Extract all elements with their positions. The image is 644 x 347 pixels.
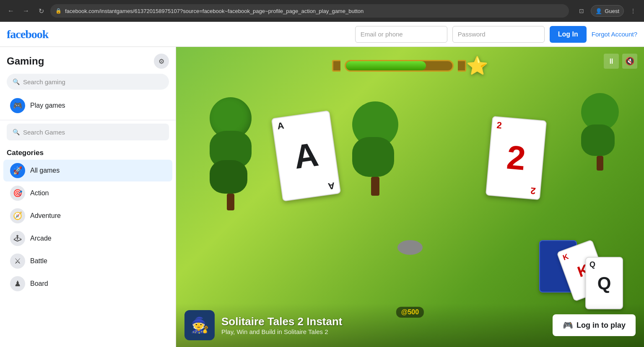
compass-icon: 🧭 xyxy=(13,211,22,220)
sidebar-title: Gaming xyxy=(7,55,44,67)
search-gaming-box[interactable]: 🔍 xyxy=(7,74,169,90)
gear-icon: ⚙ xyxy=(158,57,164,65)
action-icon: 🎯 xyxy=(10,186,25,201)
ace-corner-top: A xyxy=(277,121,285,131)
category-board[interactable]: ♟ Board xyxy=(3,273,172,295)
mute-button[interactable]: 🔇 xyxy=(622,54,637,69)
q-card: Q Q xyxy=(585,257,623,309)
game-area: ⭐ ⏸ xyxy=(176,47,644,347)
q-corner-top: Q xyxy=(589,260,595,269)
search-games-box[interactable]: 🔍 xyxy=(7,124,169,140)
battle-icon: ⚔ xyxy=(10,254,25,269)
tree-left xyxy=(210,97,252,210)
two-corner-bottom: 2 xyxy=(530,186,536,195)
two-corner-top: 2 xyxy=(496,121,502,130)
facebook-header: facebook Log In Forgot Account? xyxy=(0,22,644,47)
two-number-bottom: 2 xyxy=(530,186,536,195)
game-character: 🧙 xyxy=(184,310,215,340)
category-arcade[interactable]: 🕹 Arcade xyxy=(3,228,172,249)
stump xyxy=(397,240,423,255)
tree-center xyxy=(352,101,398,196)
target-icon: 🎯 xyxy=(13,189,22,198)
login-play-button[interactable]: 🎮 Log in to play xyxy=(553,314,636,336)
play-games-label: Play games xyxy=(30,102,65,109)
progress-bar-container xyxy=(345,60,454,72)
game-title: Solitaire Tales 2 Instant xyxy=(221,315,546,328)
search-gaming-icon: 🔍 xyxy=(13,78,20,85)
pause-icon: ⏸ xyxy=(608,57,615,66)
q-center: Q xyxy=(597,273,611,293)
ace-corner-bottom: A xyxy=(327,181,335,191)
play-games-item[interactable]: 🎮 Play games xyxy=(3,95,172,117)
email-input[interactable] xyxy=(355,26,447,43)
game-banner: ⭐ ⏸ xyxy=(176,47,644,347)
category-action[interactable]: 🎯 Action xyxy=(3,182,172,204)
ace-card: A A A xyxy=(271,110,341,202)
arcade-icon: 🕹 xyxy=(10,231,25,246)
login-button[interactable]: Log In xyxy=(550,26,587,43)
joystick-icon: 🕹 xyxy=(14,234,21,243)
category-all-games[interactable]: 🚀 All games xyxy=(3,160,172,181)
progress-bar-fill xyxy=(346,61,426,70)
game-info: Solitaire Tales 2 Instant Play, Win and … xyxy=(221,315,546,335)
menu-button[interactable]: ⋮ xyxy=(627,5,639,17)
search-games-icon: 🔍 xyxy=(13,129,20,135)
categories-label: Categories xyxy=(0,145,176,159)
adventure-icon: 🧭 xyxy=(10,208,25,223)
forward-button[interactable]: → xyxy=(20,5,32,17)
address-bar[interactable]: 🔒 facebook.com/instantgames/613720158975… xyxy=(50,4,569,18)
extensions-button[interactable]: ⊡ xyxy=(576,5,587,17)
chess-icon: ♟ xyxy=(14,279,21,288)
all-games-label: All games xyxy=(30,167,60,174)
search-gaming-input[interactable] xyxy=(23,78,163,85)
arcade-label: Arcade xyxy=(30,235,52,242)
star-badge: ⭐ xyxy=(466,55,488,76)
forgot-link[interactable]: Forgot Account? xyxy=(592,31,637,38)
two-card: 2 2 2 xyxy=(486,116,547,200)
search-games-input[interactable] xyxy=(23,129,163,136)
two-center: 2 xyxy=(505,138,527,178)
ace-letter-top: A xyxy=(277,121,285,131)
two-number-top: 2 xyxy=(496,121,502,130)
action-label: Action xyxy=(30,189,49,197)
main-layout: Gaming ⚙ 🔍 🎮 Play games 🔍 Categories 🚀 xyxy=(0,47,644,347)
login-play-label: Log in to play xyxy=(576,321,626,330)
divider-1 xyxy=(0,120,176,120)
refresh-button[interactable]: ↻ xyxy=(35,5,47,17)
ace-letter-bottom: A xyxy=(327,181,335,191)
sidebar: Gaming ⚙ 🔍 🎮 Play games 🔍 Categories 🚀 xyxy=(0,47,176,347)
gear-button[interactable]: ⚙ xyxy=(154,54,169,69)
sidebar-header: Gaming ⚙ xyxy=(0,52,176,72)
board-icon: ♟ xyxy=(10,276,25,291)
k-corner-top: K xyxy=(561,252,569,262)
progress-area: ⭐ xyxy=(332,55,488,76)
url-text: facebook.com/instantgames/61372015897510… xyxy=(65,8,364,14)
category-battle[interactable]: ⚔ Battle xyxy=(3,250,172,272)
sword-icon: ⚔ xyxy=(14,256,21,266)
password-input[interactable] xyxy=(452,26,545,43)
category-adventure[interactable]: 🧭 Adventure xyxy=(3,205,172,227)
game-subtitle: Play, Win and Build in Solitaire Tales 2 xyxy=(221,328,546,335)
speaker-icon: 🔇 xyxy=(625,57,634,66)
browser-chrome: ← → ↻ 🔒 facebook.com/instantgames/613720… xyxy=(0,0,644,22)
profile-icon: 👤 xyxy=(595,8,602,14)
gamepad-icon: 🎮 xyxy=(13,101,22,110)
tree-right xyxy=(581,93,619,171)
play-games-icon: 🎮 xyxy=(10,98,25,113)
game-thumbnail: 🧙 xyxy=(184,310,215,340)
browser-right-controls: ⊡ 👤 Guest ⋮ xyxy=(576,5,639,17)
profile-button[interactable]: 👤 Guest xyxy=(591,5,624,17)
back-button[interactable]: ← xyxy=(5,5,17,17)
rocket-icon: 🚀 xyxy=(13,166,22,175)
game-controls: ⏸ 🔇 xyxy=(604,54,637,69)
all-games-icon: 🚀 xyxy=(10,163,25,178)
facebook-logo: facebook xyxy=(7,28,48,41)
game-bottom-overlay: 🧙 Solitaire Tales 2 Instant Play, Win an… xyxy=(176,303,644,347)
adventure-label: Adventure xyxy=(30,212,61,220)
board-label: Board xyxy=(30,280,48,287)
pause-button[interactable]: ⏸ xyxy=(604,54,619,69)
header-right: Log In Forgot Account? xyxy=(355,26,637,43)
meta-icon: 🎮 xyxy=(563,320,573,330)
ace-center: A xyxy=(291,135,321,176)
battle-label: Battle xyxy=(30,257,47,265)
